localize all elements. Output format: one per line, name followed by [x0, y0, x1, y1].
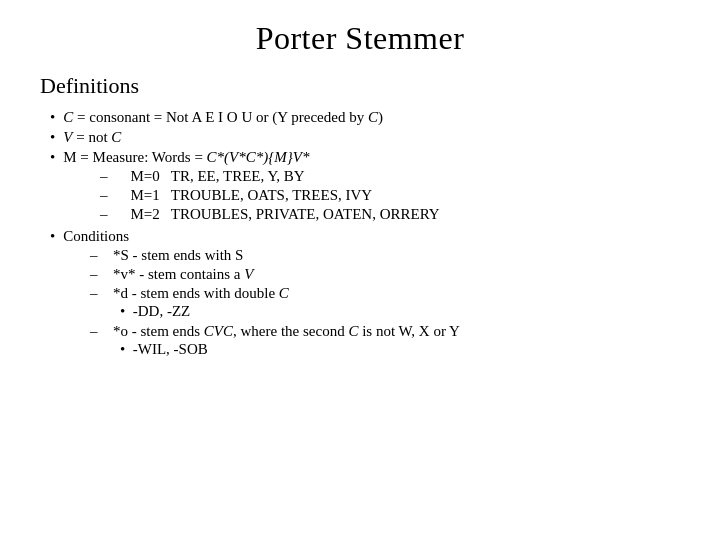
list-item: • Conditions – *S - stem ends with S – *…: [50, 228, 680, 361]
dash-symbol: –: [100, 187, 108, 204]
list-item: – *o - stem ends CVC, where the second C…: [90, 323, 460, 359]
dash-symbol: –: [90, 323, 98, 340]
condition-text: *d - stem ends with double C: [106, 285, 289, 302]
item-text: Conditions: [63, 228, 129, 245]
sub-sub-list: • -DD, -ZZ: [90, 303, 190, 321]
list-item: – *v* - stem contains a V: [90, 266, 460, 283]
sub-sub-list: • -WIL, -SOB: [90, 341, 208, 359]
sub-item-text: M=2 TROUBLES, PRIVATE, OATEN, ORRERY: [116, 206, 440, 223]
dash-symbol: –: [90, 266, 98, 283]
main-bullet-list: • C = consonant = Not A E I O U or (Y pr…: [40, 109, 680, 361]
bullet-symbol: •: [50, 228, 55, 245]
list-item: – *S - stem ends with S: [90, 247, 460, 264]
item-text: V = not C: [63, 129, 121, 146]
sub-item-text: M=0 TR, EE, TREE, Y, BY: [116, 168, 305, 185]
list-item: – *d - stem ends with double C • -DD, -Z…: [90, 285, 460, 321]
definitions-heading: Definitions: [40, 73, 680, 99]
dash-symbol: –: [100, 168, 108, 185]
dash-symbol: –: [100, 206, 108, 223]
sub-list: – M=0 TR, EE, TREE, Y, BY – M=1 TROUBLE,…: [50, 168, 440, 225]
bullet-symbol: •: [50, 109, 55, 126]
sub-item-text: M=1 TROUBLE, OATS, TREES, IVY: [116, 187, 373, 204]
condition-text: *o - stem ends CVC, where the second C i…: [106, 323, 460, 340]
list-item: – M=0 TR, EE, TREE, Y, BY: [100, 168, 440, 185]
condition-text: *v* - stem contains a V: [106, 266, 254, 283]
list-item: – M=2 TROUBLES, PRIVATE, OATEN, ORRERY: [100, 206, 440, 223]
dash-symbol: –: [90, 247, 98, 264]
list-item: – M=1 TROUBLE, OATS, TREES, IVY: [100, 187, 440, 204]
list-item: • C = consonant = Not A E I O U or (Y pr…: [50, 109, 680, 126]
page-title: Porter Stemmer: [40, 20, 680, 57]
bullet-symbol: •: [50, 149, 55, 166]
page: Porter Stemmer Definitions • C = consona…: [0, 0, 720, 540]
dash-symbol: –: [90, 285, 98, 302]
condition-text: *S - stem ends with S: [106, 247, 244, 264]
list-item: • -WIL, -SOB: [120, 341, 208, 358]
item-text: C = consonant = Not A E I O U or (Y prec…: [63, 109, 383, 126]
list-item: • -DD, -ZZ: [120, 303, 190, 320]
list-item: • M = Measure: Words = C*(V*C*){M}V* – M…: [50, 149, 680, 225]
conditions-list: – *S - stem ends with S – *v* - stem con…: [50, 247, 460, 361]
list-item: • V = not C: [50, 129, 680, 146]
bullet-symbol: •: [50, 129, 55, 146]
item-text: M = Measure: Words = C*(V*C*){M}V*: [63, 149, 309, 166]
